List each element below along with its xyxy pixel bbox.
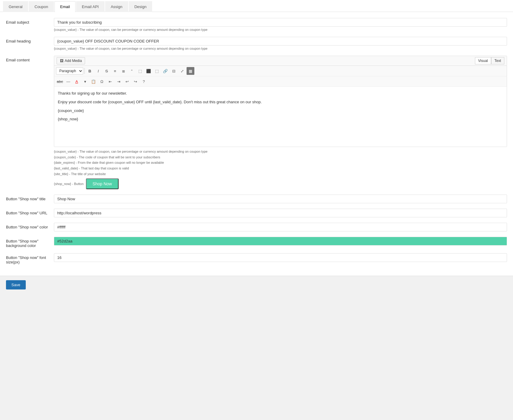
button-title-row: Button "Shop now" title xyxy=(6,195,507,203)
email-heading-label: Email heading xyxy=(6,37,54,43)
outdent-button[interactable]: ⇤ xyxy=(106,78,114,85)
shop-now-label: {shop_now} - Button xyxy=(54,182,84,186)
toolbar-row-1: Paragraph B I S ≡ ≣ " ⬚ ⬛ ⬚ 🔗 ⊟ ⤢ ▦ xyxy=(54,66,507,76)
button-color-row: Button "Shop now" color xyxy=(6,223,507,231)
tab-design[interactable]: Design xyxy=(129,1,152,12)
email-heading-hint: {coupon_value} - The value of coupon, ca… xyxy=(54,47,507,50)
button-color-input[interactable] xyxy=(54,223,507,231)
editor-line3: {coupon_code} xyxy=(58,108,503,114)
button-font-size-label: Button "Shop now" font size(px) xyxy=(6,253,54,264)
unordered-list-button[interactable]: ≡ xyxy=(111,67,119,75)
italic-button[interactable]: I xyxy=(94,67,102,75)
email-heading-field: {coupon_value} - The value of coupon, ca… xyxy=(54,37,507,50)
button-font-size-field xyxy=(54,253,507,262)
toolbar-row-2: abc — A ▾ 📋 Ω ⇤ ⇥ ↩ ↪ ? xyxy=(54,76,507,87)
shop-now-row: {shop_now} - Button Shop Now xyxy=(54,178,507,189)
button-url-label: Button "Shop now" URL xyxy=(6,209,54,215)
save-button[interactable]: Save xyxy=(6,280,26,289)
button-bg-color-field xyxy=(54,237,507,245)
paste-from-word-button[interactable]: 📋 xyxy=(90,78,97,85)
editor-line4: {shop_now} xyxy=(58,116,503,122)
email-content-label: Email content xyxy=(6,56,54,62)
tab-email-api[interactable]: Email API xyxy=(76,1,104,12)
add-media-icon: 🖼 xyxy=(60,59,63,63)
indent-button[interactable]: ⇥ xyxy=(115,78,122,85)
button-title-input[interactable] xyxy=(54,195,507,203)
hint3: {date_expires} - From the date that give… xyxy=(54,160,507,166)
hint1: {coupon_value} - The value of coupon, ca… xyxy=(54,149,507,154)
button-color-field xyxy=(54,223,507,231)
footer-bar: Save xyxy=(0,276,513,294)
tab-coupon[interactable]: Coupon xyxy=(29,1,54,12)
editor-wrap: 🖼 Add Media Visual Text Paragraph B I xyxy=(54,56,507,147)
align-left-button[interactable]: ⬚ xyxy=(136,67,144,75)
button-url-field xyxy=(54,209,507,217)
kitchen-sink-button[interactable]: ▦ xyxy=(187,67,194,75)
undo-button[interactable]: ↩ xyxy=(123,78,131,85)
paragraph-select[interactable]: Paragraph xyxy=(56,67,83,75)
strikethrough2-button[interactable]: abc xyxy=(56,78,64,85)
editor-content[interactable]: Thanks for signing up for our newsletter… xyxy=(54,87,507,147)
hint2: {coupon_code} - The code of coupon that … xyxy=(54,154,507,160)
button-title-label: Button "Shop now" title xyxy=(6,195,54,201)
horizontal-rule-button[interactable]: — xyxy=(64,78,72,85)
visual-text-tabs: Visual Text xyxy=(475,57,504,64)
button-url-input[interactable] xyxy=(54,209,507,217)
add-media-button[interactable]: 🖼 Add Media xyxy=(57,57,85,64)
button-color-label: Button "Shop now" color xyxy=(6,223,54,229)
email-heading-row: Email heading {coupon_value} - The value… xyxy=(6,37,507,50)
email-content-field: 🖼 Add Media Visual Text Paragraph B I xyxy=(54,56,507,189)
tab-visual[interactable]: Visual xyxy=(475,57,491,64)
editor-line1: Thanks for signing up for our newsletter… xyxy=(58,90,503,97)
shop-now-preview-button[interactable]: Shop Now xyxy=(86,178,119,189)
email-heading-input[interactable] xyxy=(54,37,507,46)
link-button[interactable]: 🔗 xyxy=(161,67,169,75)
editor-line2: Enjoy your discount code for {coupon_val… xyxy=(58,99,503,105)
bold-button[interactable]: B xyxy=(86,67,94,75)
button-url-row: Button "Shop now" URL xyxy=(6,209,507,217)
hint5: {site_title} - The title of your website xyxy=(54,171,507,177)
main-content: Email subject {coupon_value} - The value… xyxy=(0,12,513,276)
blockquote-button[interactable]: " xyxy=(128,67,136,75)
email-subject-label: Email subject xyxy=(6,18,54,25)
add-media-label: Add Media xyxy=(65,59,82,63)
special-char-button[interactable]: Ω xyxy=(98,78,106,85)
toolbar-sep-1 xyxy=(84,68,85,74)
tab-general[interactable]: General xyxy=(3,1,28,12)
button-font-size-input[interactable] xyxy=(54,253,507,262)
ordered-list-button[interactable]: ≣ xyxy=(119,67,127,75)
align-center-button[interactable]: ⬛ xyxy=(145,67,152,75)
strikethrough-button[interactable]: S xyxy=(103,67,111,75)
tab-bar: General Coupon Email Email API Assign De… xyxy=(0,0,513,12)
tab-text[interactable]: Text xyxy=(491,57,504,64)
color-dropdown-button[interactable]: ▾ xyxy=(81,78,89,85)
button-font-size-row: Button "Shop now" font size(px) xyxy=(6,253,507,264)
tab-assign[interactable]: Assign xyxy=(105,1,128,12)
read-more-button[interactable]: ⊟ xyxy=(170,67,178,75)
button-bg-color-input[interactable] xyxy=(54,237,507,245)
button-bg-color-row: Button "Shop now" background color xyxy=(6,237,507,248)
button-title-field xyxy=(54,195,507,203)
email-subject-input[interactable] xyxy=(54,18,507,27)
email-content-row: Email content 🖼 Add Media Visual Text xyxy=(6,56,507,189)
email-subject-field: {coupon_value} - The value of coupon, ca… xyxy=(54,18,507,31)
tab-email[interactable]: Email xyxy=(55,1,76,12)
button-bg-color-label: Button "Shop now" background color xyxy=(6,237,54,248)
align-right-button[interactable]: ⬚ xyxy=(153,67,161,75)
hints-section: {coupon_value} - The value of coupon, ca… xyxy=(54,149,507,189)
hint4: {last_valid_date} - That last day that c… xyxy=(54,166,507,171)
email-subject-row: Email subject {coupon_value} - The value… xyxy=(6,18,507,31)
text-color-button[interactable]: A xyxy=(73,78,81,85)
email-subject-hint: {coupon_value} - The value of coupon, ca… xyxy=(54,28,507,31)
fullscreen-button[interactable]: ⤢ xyxy=(178,67,186,75)
help-button[interactable]: ? xyxy=(140,78,148,85)
redo-button[interactable]: ↪ xyxy=(131,78,139,85)
editor-topbar: 🖼 Add Media Visual Text xyxy=(54,56,507,66)
